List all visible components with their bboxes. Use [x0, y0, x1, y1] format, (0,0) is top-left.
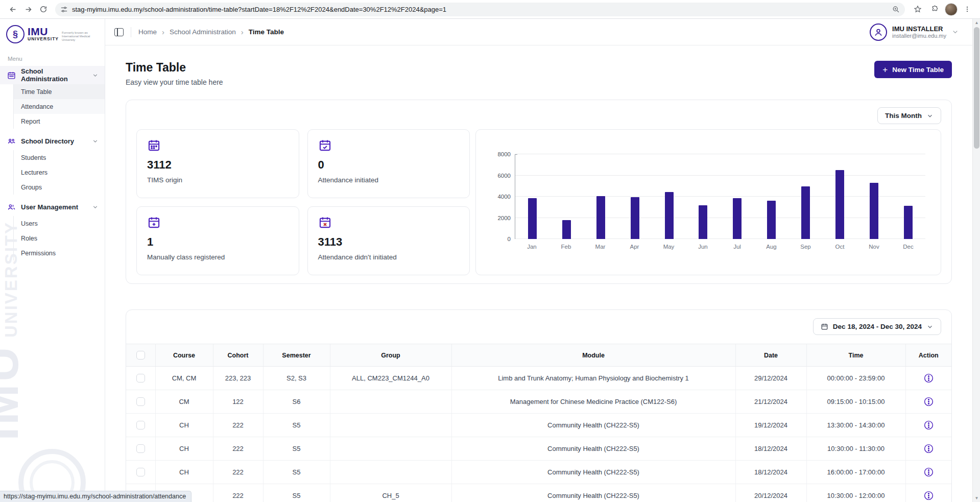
stat-label: Attendance initiated: [318, 176, 460, 184]
overview-card: This Month 3112 TIMS origin 0: [126, 100, 952, 284]
chart-bars: [515, 154, 925, 239]
column-header-course[interactable]: Course: [155, 344, 213, 367]
row-actions-icon[interactable]: [923, 420, 934, 431]
extensions-icon[interactable]: [927, 2, 943, 17]
reload-icon[interactable]: [36, 2, 51, 17]
row-checkbox[interactable]: [136, 397, 145, 406]
page-content: Time Table Easy view your time table her…: [105, 45, 972, 502]
chart-bar-apr: [631, 197, 639, 239]
sidebar-group-label: School Administration: [21, 67, 87, 83]
cell-semester: S2, S3: [263, 367, 330, 390]
select-all-checkbox[interactable]: [136, 351, 145, 360]
cell-cohort: 222: [213, 437, 263, 461]
chart-x-tick-label: Aug: [761, 244, 782, 250]
chart-bar-may: [665, 192, 674, 239]
date-range-dropdown[interactable]: Dec 18, 2024 - Dec 30, 2024: [813, 318, 941, 335]
cell-time: 10:30:00 - 11:30:00: [806, 437, 905, 461]
cell-date: 29/12/2024: [735, 367, 806, 390]
browser-profile-avatar[interactable]: [945, 3, 958, 16]
row-checkbox[interactable]: [136, 444, 145, 453]
breadcrumb-home[interactable]: Home: [138, 28, 157, 36]
cell-module: Community Health (CH222-S5): [451, 437, 735, 461]
forward-icon[interactable]: [20, 2, 36, 17]
monthly-bar-chart: 02000400060008000 JanFebMarAprMayJunJulA…: [515, 154, 925, 250]
table-row: CH 222 S5 Community Health (CH222-S5) 18…: [126, 461, 951, 484]
row-checkbox[interactable]: [136, 374, 145, 383]
user-menu[interactable]: IMU INSTALLER installer@imu.edu.my: [870, 23, 959, 41]
user-name: IMU INSTALLER: [892, 25, 946, 33]
period-filter-dropdown[interactable]: This Month: [877, 107, 941, 124]
column-header-semester[interactable]: Semester: [263, 344, 330, 367]
scrollbar-thumb[interactable]: [974, 27, 979, 149]
page-scrollbar[interactable]: ▲ ▼: [972, 19, 980, 502]
chart-x-tick-label: Oct: [830, 244, 850, 250]
users-icon: [7, 203, 16, 211]
sidebar-item-students[interactable]: Students: [14, 150, 105, 165]
cell-course: CM, CM: [155, 367, 213, 390]
column-header-action: Action: [905, 344, 951, 367]
scrollbar-up-icon[interactable]: ▲: [973, 19, 980, 27]
sidebar-item-users[interactable]: Users: [14, 216, 105, 231]
plus-icon: +: [882, 65, 888, 74]
chevron-down-icon: [951, 28, 959, 36]
column-header-time[interactable]: Time: [806, 344, 905, 367]
cell-semester: S6: [263, 390, 330, 414]
scrollbar-down-icon[interactable]: ▼: [973, 494, 980, 502]
stats-grid: 3112 TIMS origin 0 Attendance initiated …: [136, 129, 470, 275]
column-header-cohort[interactable]: Cohort: [213, 344, 263, 367]
chart-y-tick-label: 0: [508, 236, 511, 242]
time-table-card: Dec 18, 2024 - Dec 30, 2024 Course Cohor…: [126, 309, 952, 502]
brand-tagline: Formerly known as International Medical …: [62, 27, 101, 42]
cell-cohort: 222: [213, 461, 263, 484]
cell-module: Community Health (CH222-S5): [451, 414, 735, 437]
chart-x-tick-label: Dec: [898, 244, 919, 250]
row-actions-icon[interactable]: [923, 373, 934, 384]
address-bar[interactable]: stag-myimu.imu.edu.my/school-administrat…: [55, 3, 905, 16]
sidebar-toggle-icon[interactable]: [114, 28, 124, 36]
cell-module: Management for Chinese Medicine Practice…: [451, 390, 735, 414]
column-header-module[interactable]: Module: [451, 344, 735, 367]
sidebar-item-permissions[interactable]: Permissions: [14, 246, 105, 260]
calendar-x-icon: [318, 216, 332, 229]
sidebar-group-label: User Management: [21, 203, 87, 211]
brand-name: IMU: [28, 27, 59, 36]
site-settings-icon[interactable]: [60, 6, 68, 13]
new-time-table-button[interactable]: + New Time Table: [874, 61, 952, 78]
back-icon[interactable]: [5, 2, 20, 17]
sidebar-item-groups[interactable]: Groups: [14, 180, 105, 195]
chart-bar-feb: [562, 220, 571, 239]
bar-chart-plot: 02000400060008000: [515, 154, 925, 239]
row-actions-icon[interactable]: [923, 467, 934, 477]
user-email: installer@imu.edu.my: [892, 33, 946, 39]
chart-bar-oct: [835, 170, 844, 239]
row-actions-icon[interactable]: [923, 396, 934, 407]
sidebar: § IMU UNIVERSITY Formerly known as Inter…: [0, 19, 105, 502]
breadcrumb-school-administration[interactable]: School Administration: [170, 28, 236, 36]
row-checkbox[interactable]: [136, 468, 145, 476]
chart-x-tick-label: Mar: [590, 244, 611, 250]
sidebar-group-school-administration[interactable]: School Administration: [0, 66, 105, 84]
bookmark-star-icon[interactable]: [910, 2, 925, 17]
cell-time: 00:00:00 - 23:59:00: [806, 367, 905, 390]
sidebar-item-report[interactable]: Report: [14, 114, 105, 129]
table-row: CH 222 S5 Community Health (CH222-S5) 18…: [126, 437, 951, 461]
sidebar-item-attendance[interactable]: Attendance: [14, 99, 105, 114]
zoom-icon[interactable]: [892, 6, 900, 13]
stat-value: 3113: [318, 235, 460, 249]
sidebar-group-user-management[interactable]: User Management: [0, 198, 105, 216]
cell-semester: S5: [263, 414, 330, 437]
stat-value: 3112: [147, 158, 289, 172]
row-checkbox[interactable]: [136, 421, 145, 429]
chart-y-tick-label: 4000: [497, 194, 511, 200]
browser-menu-icon[interactable]: [960, 2, 975, 17]
column-header-group[interactable]: Group: [330, 344, 451, 367]
sidebar-group-school-directory[interactable]: School Directory: [0, 132, 105, 150]
column-header-date[interactable]: Date: [735, 344, 806, 367]
row-actions-icon[interactable]: [923, 490, 934, 501]
cell-cohort: 222: [213, 484, 263, 502]
sidebar-item-lecturers[interactable]: Lecturers: [14, 165, 105, 180]
sidebar-item-time-table[interactable]: Time Table: [14, 84, 105, 99]
row-actions-icon[interactable]: [923, 443, 934, 454]
sidebar-item-roles[interactable]: Roles: [14, 231, 105, 246]
cell-group: [330, 461, 451, 484]
